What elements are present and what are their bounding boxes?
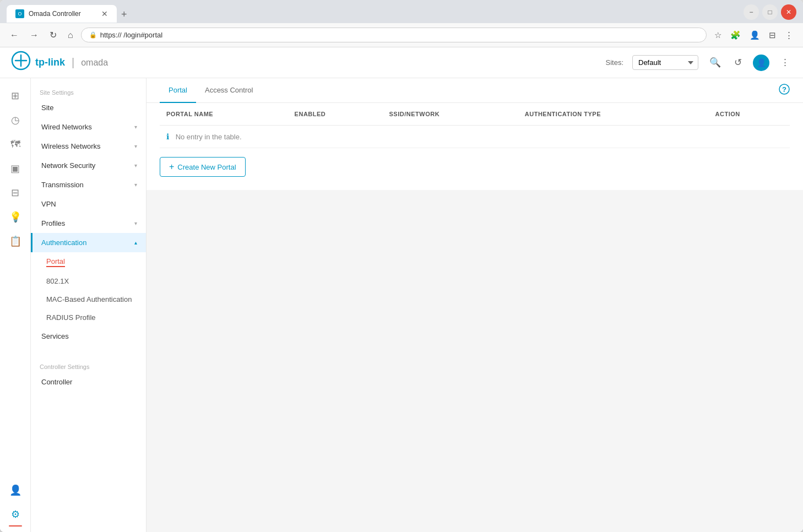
user-icon: 👤 [9, 484, 21, 496]
sidebar-item-network-security-label: Network Security [41, 161, 95, 170]
controller-section-label: Controller Settings [31, 357, 146, 372]
refresh-button[interactable]: ↺ [732, 55, 744, 70]
insights-icon: 💡 [9, 211, 21, 223]
sidebar-item-wired-networks[interactable]: Wired Networks ▾ [31, 117, 146, 137]
sidebar-item-wireless-networks-label: Wireless Networks [41, 142, 101, 150]
authentication-submenu: Portal 802.1X MAC-Based Authentication R… [31, 252, 146, 327]
rail-item-insights[interactable]: 💡 [4, 206, 26, 228]
wired-networks-chevron: ▾ [134, 124, 137, 130]
statistics-icon: ◷ [11, 114, 20, 126]
logs-icon: 📋 [9, 235, 21, 247]
app-logo: tp-link | omada [11, 51, 108, 74]
info-icon: ℹ [166, 132, 169, 141]
settings-icon: ⚙ [11, 508, 20, 520]
sidebar-toggle-button[interactable]: ⊟ [766, 28, 779, 42]
browser-tab[interactable]: O Omada Controller ✕ [7, 5, 117, 23]
new-tab-button[interactable]: + [117, 7, 132, 23]
omada-text: omada [81, 58, 108, 68]
sidebar-item-site[interactable]: Site [31, 98, 146, 117]
plus-icon: + [169, 162, 174, 172]
sites-dropdown[interactable]: Default [632, 55, 698, 70]
col-auth-type: AUTHENTICATION TYPE [518, 103, 709, 126]
dashboard-icon: ⊞ [11, 90, 19, 102]
rail-item-settings[interactable]: ⚙ [4, 503, 26, 525]
col-portal-name: PORTAL NAME [160, 103, 288, 126]
window-close-button[interactable]: ✕ [781, 4, 796, 20]
sidebar-item-network-security[interactable]: Network Security ▾ [31, 156, 146, 175]
sidebar-item-vpn-label: VPN [41, 200, 56, 208]
tplink-text: tp-link [35, 57, 65, 68]
rail-item-dashboard[interactable]: ⊞ [4, 85, 26, 107]
network-security-chevron: ▾ [134, 162, 137, 169]
tab-access-control[interactable]: Access Control [196, 78, 262, 103]
sidebar-item-transmission[interactable]: Transmission ▾ [31, 175, 146, 194]
user-avatar[interactable]: 👤 [753, 55, 769, 71]
sidebar-item-controller-label: Controller [41, 378, 72, 386]
content-area: Portal Access Control ? [147, 78, 803, 532]
sidebar-sub-item-mac-auth[interactable]: MAC-Based Authentication [31, 290, 146, 308]
sidebar-item-wired-networks-label: Wired Networks [41, 123, 92, 131]
help-icon[interactable]: ? [779, 84, 790, 97]
table-empty-row: ℹ No entry in the table. [160, 126, 790, 148]
rail-item-statistics[interactable]: ◷ [4, 109, 26, 131]
col-action: ACTION [709, 103, 790, 126]
sidebar-item-services-label: Services [41, 332, 69, 340]
extensions-button[interactable]: 🧩 [727, 28, 744, 42]
url-text: https:// /login#portal [100, 31, 698, 39]
sidebar-item-authentication-label: Authentication [41, 238, 86, 247]
sidebar-item-authentication[interactable]: Authentication ▴ [31, 233, 146, 252]
rail-item-topology[interactable]: ⊟ [4, 182, 26, 204]
avatar-icon: 👤 [757, 58, 766, 67]
sidebar-item-controller[interactable]: Controller [31, 372, 146, 392]
sidebar-item-wireless-networks[interactable]: Wireless Networks ▾ [31, 137, 146, 156]
rail-item-logs[interactable]: 📋 [4, 230, 26, 252]
address-bar[interactable]: 🔒 https:// /login#portal [81, 28, 707, 42]
create-new-portal-button[interactable]: + Create New Portal [160, 157, 246, 177]
col-ssid-network: SSID/NETWORK [383, 103, 518, 126]
sites-label: Sites: [605, 58, 623, 67]
create-btn-label: Create New Portal [177, 163, 236, 171]
radius-sub-label: RADIUS Profile [46, 313, 96, 322]
sidebar-item-services[interactable]: Services [31, 327, 146, 346]
sidebar-sub-item-8021x[interactable]: 802.1X [31, 272, 146, 290]
tab-close-button[interactable]: ✕ [101, 10, 108, 18]
window-maximize-button[interactable]: □ [762, 4, 778, 20]
table-container: PORTAL NAME ENABLED SSID/NETWORK AUTHENT… [147, 103, 803, 190]
search-button[interactable]: 🔍 [707, 55, 723, 70]
portal-table: PORTAL NAME ENABLED SSID/NETWORK AUTHENT… [160, 103, 790, 148]
header-right: Sites: Default 🔍 ↺ 👤 ⋮ [605, 55, 792, 71]
tplink-logo-icon [11, 51, 31, 74]
tab-favicon: O [15, 9, 24, 18]
window-minimize-button[interactable]: − [744, 4, 759, 20]
content-tabs: Portal Access Control ? [147, 78, 803, 103]
content-inner: Portal Access Control ? [147, 78, 803, 190]
table-empty-cell: ℹ No entry in the table. [160, 126, 790, 148]
icon-rail: ⊞ ◷ 🗺 ▣ ⊟ 💡 📋 [0, 78, 31, 532]
tab-portal[interactable]: Portal [160, 78, 196, 103]
sidebar-section-label: Site Settings [31, 83, 146, 98]
profile-button[interactable]: 👤 [746, 28, 763, 42]
back-button[interactable]: ← [7, 28, 22, 42]
home-button[interactable]: ⌂ [64, 28, 77, 42]
more-button[interactable]: ⋮ [782, 28, 796, 42]
sidebar-sub-item-portal[interactable]: Portal [31, 252, 146, 272]
bookmark-button[interactable]: ☆ [711, 28, 725, 42]
rail-item-user[interactable]: 👤 [4, 479, 26, 501]
sidebar: Site Settings Site Wired Networks ▾ Wire… [31, 78, 147, 532]
portal-sub-label: Portal [46, 257, 65, 267]
lock-icon: 🔒 [89, 31, 97, 39]
map-icon: 🗺 [10, 139, 20, 150]
rail-item-devices[interactable]: ▣ [4, 158, 26, 180]
forward-button[interactable]: → [26, 28, 42, 42]
mac-auth-sub-label: MAC-Based Authentication [46, 295, 132, 303]
topology-icon: ⊟ [11, 187, 19, 199]
sidebar-item-profiles[interactable]: Profiles ▾ [31, 214, 146, 233]
reload-button[interactable]: ↻ [46, 28, 60, 42]
tab-title: Omada Controller [29, 10, 97, 18]
sidebar-sub-item-radius[interactable]: RADIUS Profile [31, 308, 146, 327]
rail-item-map[interactable]: 🗺 [4, 133, 26, 155]
sidebar-item-vpn[interactable]: VPN [31, 194, 146, 214]
wireless-networks-chevron: ▾ [134, 143, 137, 149]
header-menu-button[interactable]: ⋮ [778, 55, 792, 70]
8021x-sub-label: 802.1X [46, 277, 69, 285]
